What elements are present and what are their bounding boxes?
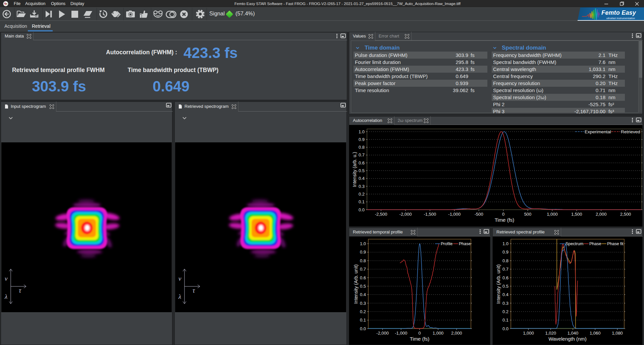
- svg-text:0: 0: [502, 212, 504, 217]
- svg-text:Retrieved: Retrieved: [621, 129, 640, 134]
- svg-text:0.2: 0.2: [359, 192, 365, 197]
- svg-text:0.4: 0.4: [502, 292, 508, 297]
- svg-text:0.8: 0.8: [360, 258, 366, 263]
- svg-text:Phase: Phase: [589, 242, 601, 246]
- svg-text:0.4: 0.4: [359, 176, 365, 181]
- svg-text:Intensity (arb. u.): Intensity (arb. u.): [352, 152, 357, 187]
- svg-text:0.9: 0.9: [360, 250, 366, 255]
- svg-text:0.9: 0.9: [359, 137, 365, 142]
- svg-text:0.0: 0.0: [359, 207, 365, 212]
- svg-text:1,060: 1,060: [590, 331, 601, 336]
- svg-text:Phase fit: Phase fit: [607, 242, 624, 246]
- svg-text:Intensity (Arb. unit): Intensity (Arb. unit): [496, 264, 501, 304]
- svg-text:1,020: 1,020: [545, 331, 556, 336]
- svg-text:0.3: 0.3: [360, 301, 366, 306]
- svg-text:1,500: 1,500: [571, 212, 582, 217]
- svg-text:0.7: 0.7: [360, 267, 366, 272]
- svg-text:1,000: 1,000: [523, 331, 534, 336]
- svg-text:-2,000: -2,000: [399, 212, 412, 217]
- svg-text:ν: ν: [178, 275, 181, 282]
- svg-text:Spectrum: Spectrum: [566, 242, 584, 246]
- svg-text:0.5: 0.5: [360, 284, 366, 289]
- svg-text:0.4: 0.4: [360, 292, 366, 297]
- svg-text:2,000: 2,000: [596, 212, 607, 217]
- svg-text:0: 0: [418, 331, 421, 336]
- svg-text:0.7: 0.7: [359, 152, 365, 157]
- svg-text:-500: -500: [475, 212, 483, 217]
- svg-text:-1,000: -1,000: [395, 331, 407, 336]
- svg-text:0.2: 0.2: [502, 309, 508, 314]
- svg-text:τ: τ: [19, 287, 21, 294]
- svg-text:0.5: 0.5: [359, 168, 365, 173]
- svg-text:0.9: 0.9: [502, 250, 508, 255]
- svg-text:0.8: 0.8: [502, 258, 508, 263]
- svg-text:Wavelength (nm): Wavelength (nm): [548, 336, 587, 342]
- svg-text:0.1: 0.1: [360, 318, 366, 323]
- svg-text:500: 500: [524, 212, 532, 217]
- svg-text:1,000: 1,000: [547, 212, 558, 217]
- svg-text:λ: λ: [178, 293, 181, 300]
- svg-text:0.0: 0.0: [502, 326, 508, 331]
- svg-text:0.1: 0.1: [359, 199, 365, 204]
- svg-text:0.8: 0.8: [359, 145, 365, 150]
- svg-text:1.0: 1.0: [359, 129, 365, 134]
- svg-text:2,500: 2,500: [620, 212, 631, 217]
- svg-text:1,080: 1,080: [612, 331, 623, 336]
- svg-text:1,040: 1,040: [568, 331, 579, 336]
- svg-text:0.7: 0.7: [502, 267, 508, 272]
- svg-text:λ: λ: [4, 293, 7, 300]
- svg-text:Time (fs): Time (fs): [495, 217, 515, 223]
- svg-text:1.0: 1.0: [360, 241, 366, 246]
- svg-text:0.6: 0.6: [359, 160, 365, 165]
- svg-text:Time (fs): Time (fs): [410, 336, 430, 342]
- svg-text:Experimental: Experimental: [585, 129, 611, 134]
- svg-text:-2,500: -2,500: [375, 212, 387, 217]
- svg-text:ν: ν: [5, 275, 8, 282]
- svg-text:Intensity (Arb. unit): Intensity (Arb. unit): [353, 264, 359, 304]
- svg-text:0.1: 0.1: [502, 318, 508, 323]
- svg-text:-1,000: -1,000: [448, 212, 461, 217]
- svg-text:0.3: 0.3: [359, 184, 365, 189]
- svg-text:0.6: 0.6: [502, 275, 508, 280]
- svg-text:0.6: 0.6: [360, 275, 366, 280]
- svg-text:0.0: 0.0: [360, 326, 366, 331]
- svg-text:0.2: 0.2: [360, 309, 366, 314]
- svg-text:Profile: Profile: [441, 242, 452, 246]
- svg-text:1.0: 1.0: [502, 241, 508, 246]
- svg-text:0.5: 0.5: [502, 284, 508, 289]
- svg-text:0.3: 0.3: [502, 301, 508, 306]
- svg-text:1,000: 1,000: [433, 331, 444, 336]
- svg-text:-2,000: -2,000: [376, 331, 389, 336]
- svg-text:2,000: 2,000: [451, 331, 462, 336]
- svg-text:Phase: Phase: [459, 242, 471, 246]
- svg-text:-1,500: -1,500: [424, 212, 436, 217]
- svg-text:τ: τ: [193, 287, 195, 294]
